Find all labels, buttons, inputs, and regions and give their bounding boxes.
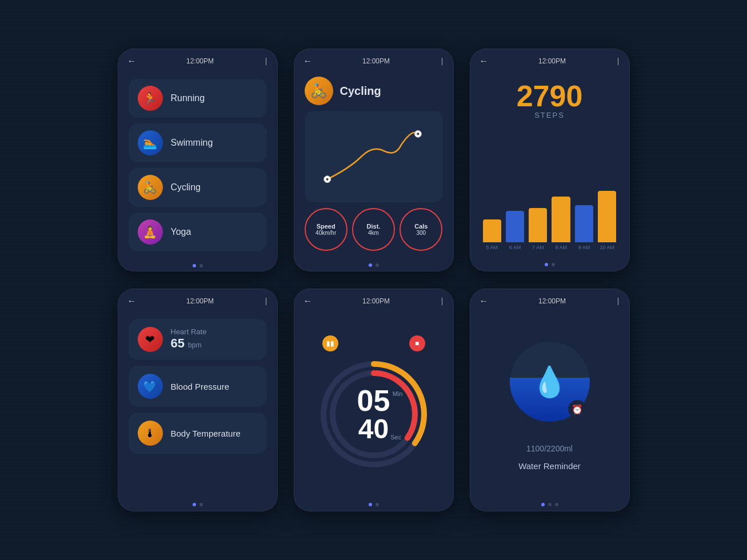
signal-icon: ⏐: [616, 297, 620, 306]
card2-body: 🚴 Cycling Speed 40km/hr: [294, 71, 453, 259]
list-item[interactable]: 🏃 Running: [129, 79, 267, 118]
timer-sec-label: Sec: [390, 434, 401, 441]
water-amount: 1100/2200ml: [526, 432, 573, 456]
card5-footer: [294, 498, 453, 511]
metric-name: Body Temperature: [171, 429, 241, 438]
stop-button[interactable]: ■: [409, 335, 425, 351]
cycling-icon: 🚴: [138, 175, 163, 200]
signal-icon: ⏐: [264, 57, 268, 66]
card1-header: ← 12:00PM ⏐: [118, 49, 277, 71]
card-steps: ← 12:00PM ⏐ 2790 STEPS 5 AM 6 AM 7 AM: [470, 49, 630, 271]
list-item[interactable]: 🏊 Swimming: [129, 123, 267, 162]
page-dot: [376, 263, 379, 267]
metric-name: Blood Pressure: [171, 382, 230, 391]
bar-col: 6 AM: [506, 211, 524, 250]
bar-orange: [598, 191, 616, 242]
back-arrow-icon[interactable]: ←: [480, 56, 489, 66]
bar-col: 10 AM: [598, 191, 616, 250]
water-drop-icon: 💧: [531, 365, 568, 399]
page-dot: [555, 503, 558, 506]
activity-label: Running: [171, 93, 205, 103]
stat-value: 4km: [368, 230, 379, 236]
bar-time-label: 5 AM: [486, 245, 498, 250]
stat-label: Speed: [317, 223, 335, 230]
card3-body: 2790 STEPS 5 AM 6 AM 7 AM 8 AM: [470, 71, 629, 258]
list-item[interactable]: 🧘 Yoga: [129, 213, 267, 251]
cycling-header: 🚴 Cycling: [305, 77, 443, 105]
bar-col: 5 AM: [483, 219, 501, 250]
list-item[interactable]: 🌡 Body Temperature: [129, 413, 267, 454]
time-display: 12:00PM: [538, 57, 566, 65]
time-display: 12:00PM: [362, 57, 390, 65]
activity-label: Cycling: [171, 182, 201, 193]
heart-rate-icon: ❤: [138, 327, 163, 352]
svg-point-3: [417, 133, 419, 135]
water-total: /2200ml: [544, 444, 573, 453]
card3-header: ← 12:00PM ⏐: [470, 49, 629, 71]
card4-body: ❤ Heart Rate 65 bpm 💙 Blood Pressure 🌡: [118, 311, 277, 498]
water-icon-area: 💧 ⏰: [504, 336, 596, 427]
bar-col: 9 AM: [575, 205, 593, 250]
signal-icon: ⏐: [264, 297, 268, 306]
stat-value: 40km/hr: [315, 230, 336, 236]
bar-orange: [483, 219, 501, 242]
signal-icon: ⏐: [440, 57, 444, 66]
time-display: 12:00PM: [362, 297, 390, 305]
bar-time-label: 9 AM: [578, 245, 590, 250]
card4-footer: [118, 498, 277, 511]
list-item[interactable]: 🚴 Cycling: [129, 168, 267, 207]
page-dot: [541, 503, 545, 506]
card-timer: ← 12:00PM ⏐ ▮▮ ■: [294, 289, 454, 511]
activity-list: 🏃 Running 🏊 Swimming 🚴 Cycling 🧘 Yoga: [129, 79, 267, 251]
activity-label: Swimming: [171, 138, 213, 148]
svg-point-1: [326, 178, 328, 181]
back-arrow-icon[interactable]: ←: [480, 296, 489, 306]
list-item[interactable]: ❤ Heart Rate 65 bpm: [129, 319, 267, 360]
back-arrow-icon[interactable]: ←: [303, 56, 313, 66]
card2-footer: [294, 259, 453, 271]
water-amount-value: 1100: [526, 444, 544, 453]
metric-list: ❤ Heart Rate 65 bpm 💙 Blood Pressure 🌡: [129, 319, 267, 454]
card3-footer: [470, 258, 629, 271]
card-activities: ← 12:00PM ⏐ 🏃 Running 🏊 Swimming 🚴 Cycli…: [118, 49, 278, 271]
pause-button[interactable]: ▮▮: [322, 335, 338, 351]
bar-time-label: 6 AM: [509, 245, 521, 250]
water-amount-container: 1100/2200ml: [526, 432, 573, 457]
steps-label: STEPS: [481, 111, 619, 119]
stat-label: Cals: [414, 223, 428, 230]
timer-min-label: Min: [393, 390, 403, 397]
water-container: 💧 ⏰ 1100/2200ml Water Reminder: [481, 317, 619, 490]
stat-value: 300: [416, 230, 426, 236]
page-dot: [193, 503, 196, 506]
back-arrow-icon[interactable]: ←: [127, 56, 137, 66]
card1-body: 🏃 Running 🏊 Swimming 🚴 Cycling 🧘 Yoga: [118, 71, 277, 259]
temp-info: Body Temperature: [171, 429, 241, 438]
map-area: [305, 111, 443, 202]
back-arrow-icon[interactable]: ←: [303, 296, 313, 306]
metric-name: Heart Rate: [171, 327, 207, 336]
timer-container: ▮▮ ■ 05: [317, 317, 431, 490]
bp-info: Blood Pressure: [171, 382, 230, 391]
signal-icon: ⏐: [616, 57, 620, 66]
heart-rate-info: Heart Rate 65 bpm: [171, 327, 207, 351]
page-dot: [548, 503, 552, 506]
page-dot: [199, 264, 203, 267]
card6-body: 💧 ⏰ 1100/2200ml Water Reminder: [470, 311, 629, 498]
timer-controls: ▮▮ ■: [317, 335, 431, 351]
stat-dist: Dist. 4km: [352, 208, 395, 251]
page-dot: [376, 503, 379, 506]
stat-cals: Cals 300: [400, 208, 442, 251]
list-item[interactable]: 💙 Blood Pressure: [129, 366, 267, 407]
card6-header: ← 12:00PM ⏐: [470, 289, 629, 311]
bar-orange: [529, 208, 547, 242]
stats-row: Speed 40km/hr Dist. 4km Cals 300: [305, 208, 443, 251]
card6-footer: [470, 498, 629, 511]
swimming-icon: 🏊: [138, 130, 163, 155]
activity-label: Yoga: [171, 227, 191, 237]
back-arrow-icon[interactable]: ←: [127, 296, 137, 306]
cycling-sport-icon: 🚴: [305, 77, 333, 105]
card-health: ← 12:00PM ⏐ ❤ Heart Rate 65 bpm 💙 Blood …: [118, 289, 278, 511]
card4-header: ← 12:00PM ⏐: [118, 289, 277, 311]
time-display: 12:00PM: [538, 297, 566, 305]
card2-header: ← 12:00PM ⏐: [294, 49, 453, 71]
